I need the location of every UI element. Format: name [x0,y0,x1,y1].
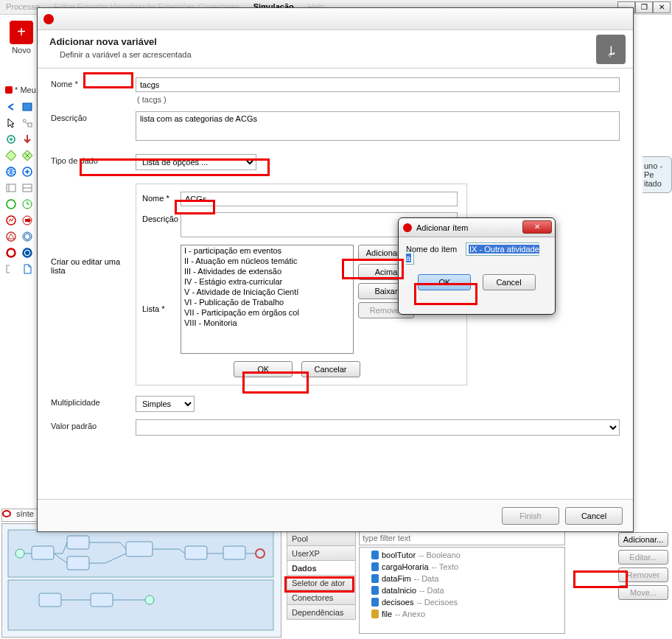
svg-point-25 [15,549,24,558]
data-icon [371,586,379,595]
novo-label: Novo [6,46,37,55]
nome-label: Nome * [51,77,136,88]
descricao-label: Descrição [51,111,136,122]
cursor-icon[interactable] [4,116,18,130]
cancel-button[interactable]: Cancel [565,507,623,525]
list-item[interactable]: VIII - Monitoria [181,318,353,328]
globe-plus-icon[interactable] [20,165,35,178]
tab-userxp[interactable]: UserXP [287,545,356,561]
tab-pool[interactable]: Pool [287,531,356,546]
var-add-button[interactable]: Adicionar... [618,532,668,547]
list-desc-label: Descrição [136,212,181,223]
arrow-back-icon[interactable] [4,100,18,114]
tipo-label: Tipo de dado [51,154,136,165]
list-item[interactable]: VI - Publicação de Trabalho [181,297,353,307]
tree-item[interactable]: decisoes -- Decisoes [361,596,563,608]
list-item[interactable]: VII - Participação em órgãos col [181,307,353,318]
list-nome-input[interactable] [181,192,458,206]
popup-close-button[interactable]: ✕ [522,220,552,234]
signal-event-icon[interactable] [4,230,18,243]
close-button[interactable]: ✕ [653,1,671,13]
globe-icon[interactable] [4,165,18,178]
data-icon [371,562,379,571]
flow-icon[interactable] [20,116,35,130]
svg-rect-5 [6,150,16,161]
section-label: Criar ou editar uma lista [51,257,136,275]
descricao-input[interactable]: lista com as categorias de ACGs [136,111,620,141]
gear-icon[interactable] [4,133,18,146]
data-object-icon[interactable] [20,262,35,276]
dialog-titlebar[interactable] [38,8,633,30]
svg-rect-34 [91,593,113,607]
var-move-button[interactable]: Move... [618,585,668,600]
text-annotation-icon[interactable] [4,262,18,276]
svg-rect-2 [28,123,32,127]
tab-conectores[interactable]: Conectores [287,590,356,605]
var-remove-button[interactable]: Remover [618,568,668,582]
data-icon [371,598,379,607]
dialog-header: Adicionar nova variável Definir a variáv… [38,30,633,69]
overview-minimap[interactable] [1,523,281,638]
svg-rect-29 [126,542,153,556]
properties-panel: Pool UserXP Dados Seletor de ator Conect… [287,531,670,639]
maximize-button[interactable]: ❐ [635,1,653,13]
tree-item[interactable]: dataFim -- Data [361,573,563,584]
dialog-subtitle: Definir a variável a ser acrescentada [49,50,621,59]
list-ok-button[interactable]: OK [234,361,293,377]
error-event-icon[interactable] [4,214,18,227]
list-item[interactable]: V - Atividade de Iniciação Cientí [181,287,353,297]
start-event-icon[interactable] [4,198,18,211]
tab-seletor[interactable]: Seletor de ator [287,575,356,590]
data-icon [371,551,379,559]
tree-item[interactable]: boolTutor -- Booleano [361,549,563,561]
mult-select[interactable]: Simples [136,396,195,412]
novo-button[interactable]: + Novo [6,21,37,62]
svg-point-22 [25,251,29,255]
blue-box-icon[interactable] [20,100,35,114]
terminate-event-icon[interactable] [20,246,35,259]
link-event-icon[interactable] [20,214,35,227]
list-item[interactable]: II - Atuação em núcleos temátic [181,256,353,266]
meu-processo-tab[interactable]: * Meu [5,85,36,94]
filter-input[interactable] [359,531,565,545]
list-item[interactable]: IV - Estágio extra-curricular [181,276,353,287]
finish-button[interactable]: Finish [502,507,559,525]
valor-select[interactable] [136,419,620,436]
svg-rect-9 [7,184,15,192]
list-cancel-button[interactable]: Cancelar [301,361,360,377]
meu-label: * Meu [15,85,36,94]
tree-item[interactable]: dataInicio -- Data [361,584,563,596]
variable-buttons: Adicionar... Editar... Remover Move... [618,532,668,600]
popup-cancel-button[interactable]: Cancel [483,274,536,290]
tree-item[interactable]: cargaHoraria -- Texto [361,561,563,573]
intermediate-event-icon[interactable] [20,230,35,243]
tab-dependencias[interactable]: Dependências [287,604,356,620]
lane-icon[interactable] [20,181,35,195]
options-listbox[interactable]: I - participação em eventosII - Atuação … [181,245,354,354]
svg-point-19 [24,234,30,240]
pool-icon[interactable] [4,181,18,195]
tipo-select[interactable]: Lista de opções ... [136,154,256,170]
list-item[interactable]: III - Atividades de extensão [181,266,353,276]
nome-input[interactable] [136,77,620,92]
header-logo-icon: ⳗ [596,35,626,64]
item-name-label: Nome do ítem [406,245,463,254]
popup-ok-button[interactable]: OK [418,274,471,290]
tree-item[interactable]: file -- Anexo [361,608,563,620]
timer-event-icon[interactable] [20,198,35,211]
dialog-title: Adicionar nova variável [49,36,621,47]
list-item[interactable]: I - participação em eventos [181,245,353,256]
gateway-icon[interactable] [4,149,18,162]
tab-dados[interactable]: Dados [287,560,356,576]
svg-rect-26 [32,546,54,559]
process-icon [5,86,13,94]
mult-label: Multiplicidade [51,396,136,407]
data-icon [371,574,379,583]
var-edit-button[interactable]: Editar... [618,550,668,565]
variables-tree[interactable]: boolTutor -- BooleanocargaHoraria -- Tex… [359,547,565,634]
down-arrow-icon[interactable] [20,133,35,146]
end-event-icon[interactable] [4,246,18,259]
popup-titlebar[interactable]: Adicionar ítem ✕ [399,218,555,237]
gateway-x-icon[interactable] [20,149,35,162]
svg-rect-33 [39,593,61,607]
